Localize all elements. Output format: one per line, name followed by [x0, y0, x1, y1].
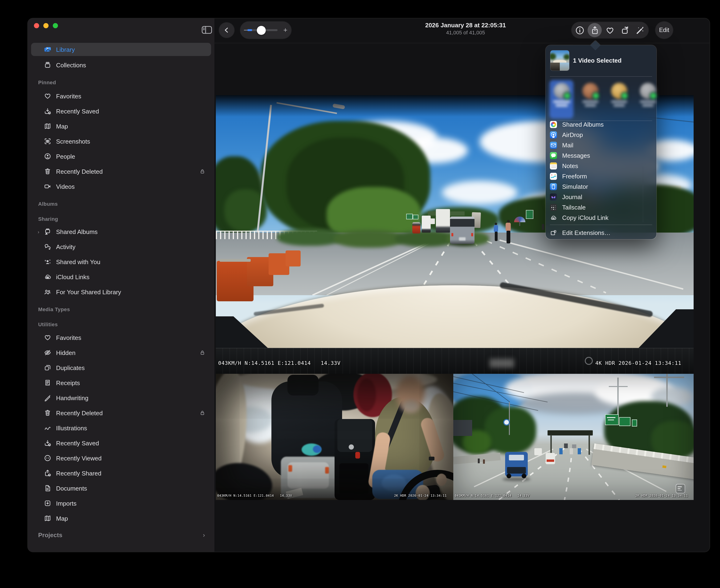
sidebar-item-activity[interactable]: Activity [31, 240, 211, 253]
sidebar-item-recently-viewed[interactable]: Recently Viewed [31, 451, 211, 465]
sidebar-item-recently-saved[interactable]: Recently Saved [31, 105, 211, 118]
airdrop-icon [550, 131, 557, 139]
share-option-airdrop[interactable]: AirDrop [550, 130, 652, 140]
sidebar-item-utilities-recently-deleted[interactable]: Recently Deleted [31, 406, 211, 419]
favorite-button[interactable] [603, 23, 617, 37]
vehicle-van [430, 218, 435, 224]
zoom-slider-fill [247, 29, 252, 31]
photo-title: 2026 January 28 at 22:05:31 [395, 22, 536, 29]
zoom-slider-knob[interactable] [257, 26, 266, 35]
sidebar-item-utilities-favorites[interactable]: Favorites [31, 331, 211, 344]
chevron-left-icon [223, 26, 231, 34]
info-button[interactable] [573, 23, 587, 37]
airdrop-contact[interactable] [608, 83, 630, 106]
scribble-icon [44, 424, 52, 432]
trash-icon [44, 168, 52, 175]
sidebar-item-recently-deleted[interactable]: Recently Deleted [31, 165, 211, 178]
zoom-out-icon[interactable]: − [244, 22, 248, 39]
airdrop-contact[interactable] [579, 83, 601, 106]
sidebar-item-collections[interactable]: Collections [31, 58, 211, 71]
receipt-icon [44, 379, 52, 386]
share-button[interactable] [588, 23, 602, 37]
share-option-mail[interactable]: Mail [550, 140, 652, 150]
sidebar-item-handwriting[interactable]: Handwriting [31, 391, 211, 404]
sidebar-item-shared-with-you[interactable]: Shared with You [31, 255, 211, 268]
sidebar-item-projects[interactable]: Projects › [31, 528, 211, 541]
person-circle-icon [44, 152, 52, 160]
sidebar-item-shared-albums[interactable]: › Shared Albums [31, 225, 211, 238]
auto-enhance-button[interactable] [633, 23, 647, 37]
section-header-sharing: Sharing [38, 216, 58, 222]
airdrop-contact[interactable] [637, 83, 659, 106]
sidebar-item-icloud-links[interactable]: iCloud Links [31, 270, 211, 284]
pen-icon [44, 394, 52, 402]
airdrop-suggestions [549, 79, 653, 120]
sidebar-item-imports[interactable]: Imports [31, 497, 211, 510]
sidebar-item-map[interactable]: Map [31, 120, 211, 133]
sidebar-item-recently-shared[interactable]: Recently Shared [31, 466, 211, 480]
import-icon [44, 500, 52, 507]
rotate-button[interactable] [618, 23, 632, 37]
map-icon [44, 514, 52, 522]
lock-icon [200, 350, 205, 356]
zoom-slider-track[interactable] [247, 29, 278, 31]
share-option-edit-extensions[interactable]: Edit Extensions… [550, 228, 652, 238]
close-button[interactable] [34, 23, 39, 28]
share-option-notes[interactable]: Notes [550, 161, 652, 171]
airdrop-contact[interactable] [551, 83, 573, 106]
notes-app-icon [550, 163, 557, 169]
info-icon [575, 26, 584, 35]
selected-video-thumbnail [551, 50, 569, 70]
share-option-messages[interactable]: Messages [550, 151, 652, 161]
vehicle-gray-suv [450, 216, 475, 244]
zoom-in-icon[interactable]: + [283, 22, 287, 39]
dash-emblem [585, 357, 593, 365]
sidebar-item-screenshots[interactable]: Screenshots [31, 135, 211, 148]
sidebar-item-videos[interactable]: Videos [31, 180, 211, 193]
dashcam-overlay-left: 043KM/H N:14.5161 E:121.0414 14.33V [455, 494, 529, 498]
sidebar-item-favorites[interactable]: Favorites [31, 89, 211, 103]
share-option-journal[interactable]: Journal [550, 192, 652, 202]
dashcam-overlay-right: 2K HDR 2026-01-24 13:34:11 [635, 494, 688, 498]
sidebar-item-people[interactable]: People [31, 150, 211, 163]
edit-button[interactable]: Edit [656, 22, 673, 39]
sidebar-item-receipts[interactable]: Receipts [31, 376, 211, 389]
dashcam-overlay-right: 2K HDR 2026-01-24 13:34:11 [394, 494, 447, 498]
airdrop-online-badge [620, 92, 628, 100]
sidebar-item-duplicates[interactable]: Duplicates [31, 361, 211, 374]
road-sign-green [413, 215, 418, 219]
sidebar-item-illustrations[interactable]: Illustrations [31, 421, 211, 435]
divider [550, 225, 652, 225]
main-content: − + 2026 January 28 at 22:05:31 41,005 o… [214, 18, 709, 552]
zoom-button[interactable] [53, 23, 58, 28]
toggle-sidebar-button[interactable] [201, 25, 213, 34]
sidebar-item-documents[interactable]: Documents [31, 482, 211, 495]
share-option-shared-albums[interactable]: Shared Albums [550, 120, 652, 129]
share-option-freeform[interactable]: Freeform [550, 171, 652, 181]
share-option-tailscale[interactable]: Tailscale [550, 203, 652, 212]
sidebar-item-hidden[interactable]: Hidden [31, 346, 211, 359]
minimize-button[interactable] [43, 23, 48, 28]
dashcam-overlay-left: 043KM/H N:14.5161 E:121.0414 14.33V [217, 494, 292, 498]
journal-app-icon [550, 193, 557, 201]
video-camera-icon [44, 183, 52, 190]
zoom-slider[interactable]: − + [240, 22, 291, 39]
sidebar-item-for-your-shared-library[interactable]: For Your Shared Library [31, 285, 211, 298]
share-header: 1 Video Selected [573, 57, 621, 64]
street-umbrella [514, 216, 525, 226]
vehicle-box-truck [422, 216, 431, 233]
share-option-copy-icloud-link[interactable]: Copy iCloud Link [550, 213, 652, 223]
share-option-simulator[interactable]: Simulator [550, 182, 652, 192]
back-button[interactable] [219, 23, 234, 38]
eye-slash-icon [44, 349, 52, 356]
shared-albums-icon [44, 228, 52, 235]
sidebar-item-utilities-recently-saved[interactable]: Recently Saved [31, 436, 211, 449]
disclosure-chevron-icon[interactable]: › [38, 229, 39, 234]
sidebar-item-library[interactable]: Library [31, 43, 211, 56]
sidebar: Library Collections Pinned Favorites Rec… [28, 18, 215, 552]
dashcam-cabin-video: 043KM/H N:14.5161 E:121.0414 14.33V 2K H… [216, 374, 453, 500]
fisheye-vignette [216, 374, 453, 500]
photo-counter: 41,005 of 41,005 [395, 30, 536, 35]
shared-with-you-icon [44, 258, 52, 266]
sidebar-item-utilities-map[interactable]: Map [31, 512, 211, 525]
